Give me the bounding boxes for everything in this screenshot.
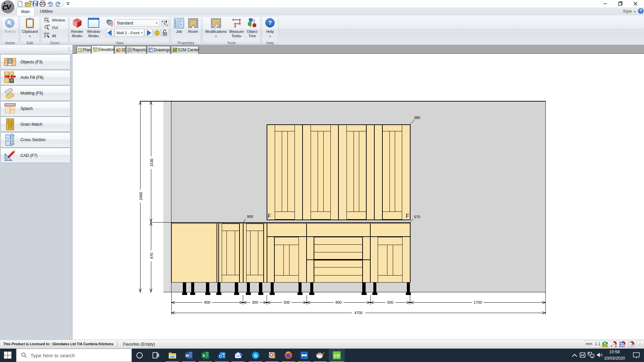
svg-text:S: S	[254, 353, 257, 358]
svg-text:F: F	[268, 213, 271, 219]
svg-text:500: 500	[284, 300, 290, 304]
svg-text:300: 300	[252, 300, 258, 304]
svg-text:?: ?	[268, 20, 272, 26]
svg-text:870: 870	[150, 253, 154, 259]
svg-text:F: F	[406, 213, 409, 219]
svg-text:380: 380	[414, 116, 420, 120]
svg-text:W: W	[185, 354, 189, 358]
svg-text:500: 500	[387, 300, 393, 304]
svg-text:900: 900	[247, 215, 253, 219]
svg-text:4700: 4700	[355, 311, 363, 315]
svg-text:570: 570	[414, 215, 420, 219]
svg-text:X: X	[203, 354, 205, 358]
svg-text:800: 800	[335, 300, 341, 304]
svg-text:CV: CV	[334, 353, 340, 358]
svg-text:900: 900	[204, 300, 210, 304]
svg-text:1530: 1530	[150, 159, 154, 167]
svg-text:2400: 2400	[139, 192, 143, 200]
svg-text:v: v	[6, 1, 12, 11]
svg-text:1700: 1700	[474, 300, 482, 304]
